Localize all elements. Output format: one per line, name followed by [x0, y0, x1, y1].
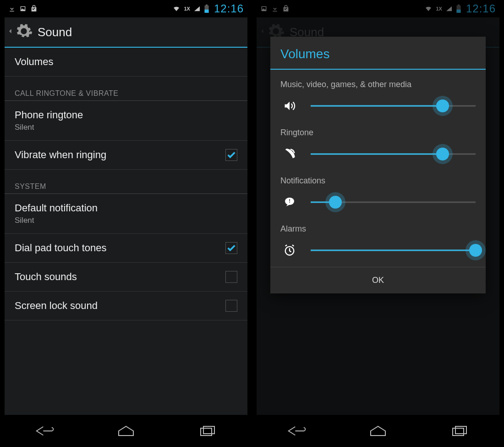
- nav-back-button[interactable]: [269, 419, 324, 442]
- dialog-backdrop[interactable]: Volumes Music, video, games, & other med…: [257, 0, 499, 447]
- phone-left: 1X 12:16 Sound: [0, 0, 252, 447]
- volume-ringtone-slider[interactable]: [311, 148, 476, 160]
- volume-row-alarms: Alarms: [270, 219, 486, 267]
- volumes-label: Volumes: [15, 56, 237, 68]
- row-touch-sounds[interactable]: Touch sounds: [5, 263, 247, 292]
- back-chevron-icon[interactable]: [7, 26, 14, 39]
- dial-pad-label: Dial pad touch tones: [15, 242, 225, 254]
- volume-row-media: Music, video, games, & other media: [270, 74, 486, 122]
- signal-icon: [193, 5, 201, 12]
- nav-recent-button[interactable]: [180, 419, 235, 442]
- screen-left: 1X 12:16 Sound: [5, 0, 247, 447]
- download-icon: [8, 5, 16, 12]
- svg-rect-0: [206, 5, 208, 6]
- screen-lock-checkbox[interactable]: [225, 300, 237, 312]
- dialog-ok-button[interactable]: OK: [270, 267, 486, 293]
- bag-check-icon: [30, 5, 38, 12]
- touch-sounds-label: Touch sounds: [15, 271, 225, 283]
- volume-row-ringtone: Ringtone: [270, 122, 486, 171]
- svg-rect-12: [455, 426, 466, 434]
- svg-rect-4: [203, 426, 214, 434]
- svg-text:!: !: [289, 198, 290, 204]
- touch-sounds-checkbox[interactable]: [225, 271, 237, 283]
- row-volumes[interactable]: Volumes: [5, 48, 247, 77]
- clock-label: 12:16: [214, 2, 244, 15]
- notification-bubble-icon: !: [280, 197, 299, 208]
- speaker-icon: [280, 99, 299, 112]
- dial-pad-checkbox[interactable]: [225, 242, 237, 254]
- row-default-notification[interactable]: Default notification Silent: [5, 194, 247, 234]
- action-bar[interactable]: Sound: [5, 17, 247, 47]
- nav-home-button[interactable]: [351, 419, 405, 442]
- volume-ringtone-label: Ringtone: [280, 128, 476, 138]
- image-icon: [19, 5, 27, 12]
- section-system: SYSTEM: [5, 170, 247, 194]
- default-notification-value: Silent: [15, 216, 237, 225]
- phone-right: 1X 12:16 Sound: [252, 0, 504, 447]
- row-dial-pad[interactable]: Dial pad touch tones: [5, 234, 247, 263]
- dialog-accent-underline: [270, 69, 486, 70]
- row-phone-ringtone[interactable]: Phone ringtone Silent: [5, 101, 247, 141]
- svg-rect-3: [201, 428, 212, 436]
- page-title: Sound: [38, 25, 72, 39]
- alarm-clock-icon: [280, 244, 299, 257]
- volume-media-slider[interactable]: [311, 99, 476, 112]
- phone-ring-icon: [280, 148, 299, 160]
- volume-media-label: Music, video, games, & other media: [280, 80, 476, 89]
- svg-rect-2: [204, 10, 208, 13]
- nav-recent-button[interactable]: [432, 419, 487, 442]
- screen-right: 1X 12:16 Sound: [257, 0, 499, 447]
- screen-lock-label: Screen lock sound: [15, 300, 225, 312]
- volume-alarms-label: Alarms: [280, 224, 476, 234]
- network-type-label: 1X: [184, 6, 190, 11]
- vibrate-checkbox[interactable]: [225, 149, 237, 161]
- battery-icon: [204, 5, 209, 13]
- row-screen-lock[interactable]: Screen lock sound: [5, 292, 247, 320]
- nav-bar: [5, 415, 247, 447]
- nav-home-button[interactable]: [99, 419, 153, 442]
- volume-alarms-slider[interactable]: [311, 244, 476, 257]
- nav-bar: [257, 415, 499, 447]
- section-call-ringtone: CALL RINGTONE & VIBRATE: [5, 77, 247, 101]
- svg-rect-11: [453, 428, 464, 436]
- phone-ringtone-label: Phone ringtone: [15, 109, 237, 121]
- settings-list: Volumes CALL RINGTONE & VIBRATE Phone ri…: [5, 48, 247, 320]
- row-vibrate[interactable]: Vibrate when ringing: [5, 141, 247, 170]
- dialog-footer: OK: [270, 267, 486, 293]
- volume-notifications-slider[interactable]: [311, 196, 476, 209]
- volume-notifications-label: Notifications: [280, 176, 476, 186]
- volume-row-notifications: Notifications !: [270, 171, 486, 219]
- wifi-icon: [172, 5, 181, 12]
- phone-ringtone-value: Silent: [15, 123, 237, 132]
- settings-gear-icon: [15, 22, 33, 42]
- vibrate-label: Vibrate when ringing: [15, 149, 225, 161]
- dialog-title: Volumes: [270, 37, 486, 69]
- default-notification-label: Default notification: [15, 202, 237, 214]
- status-bar: 1X 12:16: [5, 0, 247, 17]
- nav-back-button[interactable]: [17, 419, 72, 442]
- volumes-dialog: Volumes Music, video, games, & other med…: [270, 37, 486, 293]
